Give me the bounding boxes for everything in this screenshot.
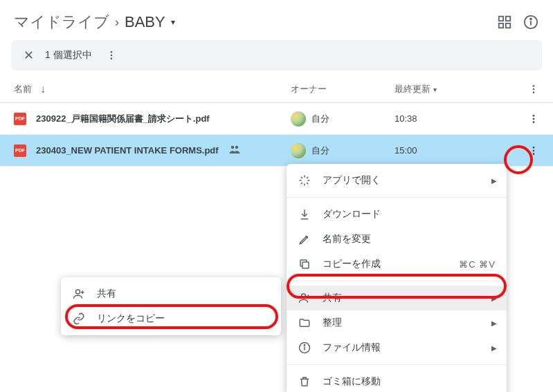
link-icon bbox=[72, 312, 86, 325]
caret-down-icon[interactable]: ▾ bbox=[171, 17, 175, 27]
updated-label: 15:00 bbox=[395, 145, 417, 156]
submenu-item-label: 共有 bbox=[97, 288, 116, 300]
breadcrumb-current[interactable]: BABY bbox=[125, 13, 165, 31]
menu-item-label: アプリで開く bbox=[323, 174, 381, 187]
svg-point-30 bbox=[304, 345, 305, 346]
person-add-icon bbox=[298, 292, 311, 304]
svg-point-8 bbox=[110, 55, 112, 57]
svg-rect-3 bbox=[506, 24, 510, 28]
column-updated[interactable]: 最終更新 ▾ bbox=[395, 83, 511, 95]
download-icon bbox=[298, 208, 311, 221]
submenu-item-label: リンクをコピー bbox=[97, 312, 165, 325]
menu-divider bbox=[287, 364, 507, 365]
row-more-icon[interactable] bbox=[511, 145, 539, 156]
open-with-icon bbox=[298, 174, 311, 187]
avatar bbox=[291, 111, 306, 127]
menu-item-label: 共有 bbox=[323, 292, 342, 304]
owner-label: 自分 bbox=[311, 144, 329, 157]
menu-item-label: 名前を変更 bbox=[323, 233, 371, 245]
breadcrumb-root[interactable]: マイドライブ bbox=[14, 12, 109, 32]
svg-point-7 bbox=[110, 51, 112, 53]
header-actions bbox=[496, 14, 539, 30]
selection-count-label: 1 個選択中 bbox=[45, 49, 92, 62]
file-name: 230922_戸籍国籍関係届書_請求シート.pdf bbox=[36, 113, 210, 125]
submenu-item-copy-link[interactable]: リンクをコピー bbox=[61, 306, 281, 331]
svg-rect-0 bbox=[499, 17, 503, 21]
menu-divider bbox=[287, 281, 507, 281]
file-owner-cell: 自分 bbox=[291, 143, 395, 158]
menu-item-file-info[interactable]: ファイル情報 ▶ bbox=[287, 335, 507, 360]
column-owner-label: オーナー bbox=[291, 84, 327, 94]
chevron-right-icon: ▶ bbox=[491, 295, 497, 302]
menu-item-label: ゴミ箱に移動 bbox=[323, 375, 381, 388]
svg-rect-24 bbox=[302, 262, 309, 268]
folder-header: マイドライブ › BABY ▾ bbox=[0, 0, 553, 40]
close-icon[interactable]: ✕ bbox=[24, 49, 34, 62]
svg-point-25 bbox=[302, 294, 306, 298]
menu-item-share[interactable]: 共有 ▶ bbox=[287, 286, 507, 310]
trash-icon bbox=[298, 375, 311, 388]
svg-point-19 bbox=[533, 149, 535, 151]
file-name-cell: PDF 230403_NEW PATIENT INTAKE FORMS.pdf bbox=[14, 143, 291, 158]
chevron-right-icon: › bbox=[115, 15, 119, 30]
menu-item-open-with[interactable]: アプリで開く ▶ bbox=[287, 168, 507, 193]
svg-point-18 bbox=[533, 147, 535, 149]
column-actions-more-icon[interactable] bbox=[511, 84, 539, 95]
file-updated-cell: 15:00 bbox=[395, 145, 511, 156]
menu-item-trash[interactable]: ゴミ箱に移動 bbox=[287, 369, 507, 392]
file-name-cell: PDF 230922_戸籍国籍関係届書_請求シート.pdf bbox=[14, 113, 291, 125]
menu-item-label: コピーを作成 bbox=[323, 258, 381, 270]
caret-down-icon: ▾ bbox=[433, 86, 437, 93]
menu-item-make-copy[interactable]: コピーを作成 ⌘C ⌘V bbox=[287, 252, 507, 277]
copy-icon bbox=[298, 258, 311, 270]
svg-rect-1 bbox=[506, 17, 510, 21]
submenu-item-share[interactable]: 共有 bbox=[61, 281, 281, 306]
svg-point-21 bbox=[76, 290, 80, 294]
file-updated-cell: 10:38 bbox=[395, 113, 511, 124]
svg-point-12 bbox=[533, 91, 535, 93]
column-name[interactable]: 名前 ↓ bbox=[14, 83, 291, 95]
menu-item-organize[interactable]: 整理 ▶ bbox=[287, 310, 507, 335]
menu-divider bbox=[287, 197, 507, 198]
folder-icon bbox=[298, 317, 311, 329]
menu-item-shortcut: ⌘C ⌘V bbox=[459, 259, 496, 270]
selection-bar: ✕ 1 個選択中 bbox=[11, 40, 542, 71]
sort-arrow-icon: ↓ bbox=[40, 84, 46, 95]
svg-point-15 bbox=[533, 121, 535, 123]
svg-point-6 bbox=[530, 19, 532, 20]
column-owner[interactable]: オーナー bbox=[291, 83, 395, 95]
file-name: 230403_NEW PATIENT INTAKE FORMS.pdf bbox=[36, 145, 219, 156]
breadcrumb: マイドライブ › BABY ▾ bbox=[14, 12, 175, 32]
menu-item-label: ダウンロード bbox=[323, 208, 381, 221]
menu-item-label: ファイル情報 bbox=[323, 342, 381, 354]
svg-point-16 bbox=[230, 146, 234, 149]
person-add-icon bbox=[72, 288, 86, 300]
chevron-right-icon: ▶ bbox=[491, 344, 497, 352]
svg-point-9 bbox=[110, 57, 112, 59]
table-row[interactable]: PDF 230922_戸籍国籍関係届書_請求シート.pdf 自分 10:38 bbox=[0, 103, 553, 135]
info-icon bbox=[298, 342, 311, 354]
grid-view-icon[interactable] bbox=[496, 14, 513, 30]
owner-label: 自分 bbox=[311, 113, 329, 125]
chevron-right-icon: ▶ bbox=[491, 177, 497, 185]
svg-point-13 bbox=[533, 115, 535, 117]
svg-rect-2 bbox=[499, 24, 503, 28]
svg-point-17 bbox=[235, 146, 238, 149]
context-menu: アプリで開く ▶ ダウンロード 名前を変更 コピーを作成 ⌘C ⌘V 共有 ▶ … bbox=[287, 164, 507, 392]
table-row[interactable]: PDF 230403_NEW PATIENT INTAKE FORMS.pdf … bbox=[0, 135, 553, 167]
menu-item-label: 整理 bbox=[323, 317, 342, 329]
pdf-icon: PDF bbox=[14, 144, 26, 157]
row-more-icon[interactable] bbox=[511, 113, 539, 124]
svg-point-11 bbox=[533, 88, 535, 91]
shared-icon bbox=[228, 143, 241, 158]
menu-item-download[interactable]: ダウンロード bbox=[287, 202, 507, 227]
avatar bbox=[291, 143, 306, 158]
menu-item-rename[interactable]: 名前を変更 bbox=[287, 227, 507, 252]
svg-point-10 bbox=[533, 85, 535, 87]
info-icon[interactable] bbox=[523, 14, 539, 30]
more-icon[interactable] bbox=[103, 47, 120, 64]
pencil-icon bbox=[298, 233, 311, 245]
file-owner-cell: 自分 bbox=[291, 111, 395, 127]
column-headers: 名前 ↓ オーナー 最終更新 ▾ bbox=[0, 75, 553, 103]
pdf-icon: PDF bbox=[14, 113, 26, 125]
